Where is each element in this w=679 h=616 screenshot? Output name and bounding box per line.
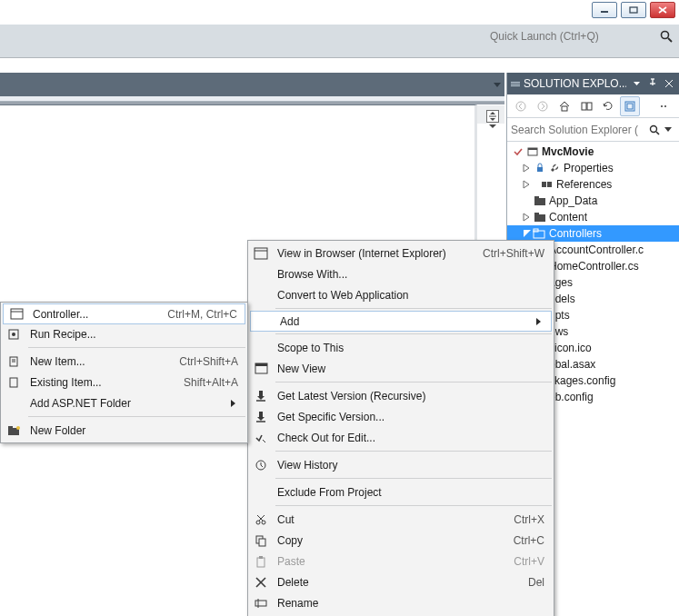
menu-new-folder[interactable]: New Folder <box>1 420 247 441</box>
svg-rect-49 <box>259 391 263 396</box>
expand-icon[interactable] <box>522 214 533 221</box>
svg-marker-53 <box>257 417 265 421</box>
pin-icon[interactable] <box>646 77 659 90</box>
menu-separator <box>275 478 552 479</box>
svg-rect-71 <box>11 309 23 319</box>
search-icon[interactable] <box>647 124 662 135</box>
menu-exclude[interactable]: Exclude From Project <box>248 482 554 502</box>
minimize-button[interactable] <box>592 2 617 18</box>
tree-references[interactable]: References <box>507 176 679 193</box>
svg-rect-30 <box>528 148 537 150</box>
solution-explorer-title: SOLUTION EXPLO... <box>524 77 626 90</box>
svg-point-82 <box>16 426 20 430</box>
chevron-down-icon[interactable] <box>662 127 676 132</box>
svg-rect-67 <box>255 601 266 606</box>
svg-marker-28 <box>664 127 672 132</box>
add-submenu: Controller...Ctrl+M, Ctrl+C Run Recipe..… <box>0 302 248 443</box>
split-widget[interactable] <box>483 110 503 129</box>
svg-rect-37 <box>534 196 539 199</box>
close-icon[interactable] <box>663 77 675 90</box>
svg-point-74 <box>12 333 15 336</box>
solution-search-input[interactable] <box>511 124 647 136</box>
checkout-icon <box>248 432 274 443</box>
svg-rect-35 <box>547 182 552 187</box>
svg-rect-78 <box>10 378 17 387</box>
search-icon[interactable] <box>657 30 675 43</box>
back-button[interactable] <box>511 96 531 116</box>
svg-rect-39 <box>534 214 545 222</box>
dropdown-icon[interactable] <box>630 77 643 90</box>
maximize-button[interactable] <box>621 2 646 18</box>
menu-view-browser[interactable]: View in Browser (Internet Explorer)Ctrl+… <box>248 243 554 263</box>
recipe-icon <box>1 329 26 340</box>
menu-run-recipe[interactable]: Run Recipe... <box>1 323 247 344</box>
quick-launch-input[interactable] <box>484 25 657 47</box>
solution-explorer-titlebar[interactable]: SOLUTION EXPLO... <box>507 73 679 94</box>
cut-icon <box>248 514 274 525</box>
svg-marker-6 <box>494 83 501 87</box>
menu-cut[interactable]: CutCtrl+X <box>248 509 554 530</box>
svg-marker-7 <box>490 112 495 114</box>
download-icon <box>248 412 274 422</box>
paste-icon <box>248 556 274 567</box>
svg-marker-79 <box>231 400 235 407</box>
sync-button[interactable] <box>620 96 640 116</box>
tree-appdata[interactable]: App_Data <box>507 193 679 209</box>
tree-properties[interactable]: Properties <box>507 160 679 176</box>
menu-get-latest[interactable]: Get Latest Version (Recursive) <box>248 385 554 406</box>
svg-rect-44 <box>255 248 267 259</box>
svg-rect-20 <box>582 103 586 110</box>
menu-view-history[interactable]: View History <box>248 454 554 475</box>
menu-check-out[interactable]: Check Out for Edit... <box>248 427 554 448</box>
menu-get-specific[interactable]: Get Specific Version... <box>248 406 554 427</box>
svg-marker-10 <box>489 124 496 128</box>
history-icon <box>248 460 274 471</box>
menu-add[interactable]: Add <box>250 311 552 332</box>
svg-rect-63 <box>257 558 265 567</box>
svg-rect-23 <box>627 104 633 109</box>
delete-icon <box>248 578 274 587</box>
lock-icon <box>533 164 547 173</box>
svg-marker-33 <box>524 181 529 188</box>
svg-rect-32 <box>537 167 543 172</box>
svg-rect-36 <box>534 198 545 205</box>
new-folder-icon <box>1 426 26 435</box>
menu-delete[interactable]: DeleteDel <box>248 571 554 592</box>
menu-add-controller[interactable]: Controller...Ctrl+M, Ctrl+C <box>3 303 245 324</box>
svg-marker-38 <box>524 214 529 221</box>
new-item-icon <box>1 356 26 367</box>
existing-item-icon <box>1 377 26 388</box>
svg-rect-1 <box>630 7 637 13</box>
refresh-button[interactable] <box>598 96 618 116</box>
menu-separator <box>275 505 552 506</box>
home-button[interactable] <box>554 96 574 116</box>
svg-rect-52 <box>259 412 263 417</box>
menu-new-item[interactable]: New Item...Ctrl+Shift+A <box>1 351 247 372</box>
tree-content[interactable]: Content <box>507 209 679 225</box>
tree-project-root[interactable]: MvcMovie <box>507 144 679 160</box>
collapse-icon[interactable] <box>522 230 533 237</box>
close-button[interactable] <box>650 2 675 18</box>
svg-line-55 <box>263 440 265 442</box>
menu-copy[interactable]: CopyCtrl+C <box>248 530 554 551</box>
menu-new-view[interactable]: New View <box>248 358 554 379</box>
expand-icon[interactable] <box>522 181 533 188</box>
download-icon <box>248 391 274 402</box>
menu-separator <box>275 451 552 452</box>
toolbar-overflow[interactable] <box>655 96 675 116</box>
menu-paste: PasteCtrl+V <box>248 551 554 571</box>
solution-explorer-search[interactable] <box>507 118 679 142</box>
tab-dropdown-icon[interactable] <box>491 75 504 94</box>
svg-point-18 <box>538 102 547 111</box>
collapse-button[interactable] <box>576 96 596 116</box>
menu-separator <box>275 333 552 334</box>
tab-strip <box>0 73 504 96</box>
menu-browse-with[interactable]: Browse With... <box>248 263 554 284</box>
menu-asp-folder[interactable]: Add ASP.NET Folder <box>1 392 247 413</box>
menu-scope[interactable]: Scope to This <box>248 337 554 358</box>
menu-existing-item[interactable]: Existing Item...Shift+Alt+A <box>1 372 247 392</box>
forward-button[interactable] <box>533 96 553 116</box>
menu-convert-web[interactable]: Convert to Web Application <box>248 284 554 305</box>
expand-icon[interactable] <box>522 164 533 172</box>
menu-rename[interactable]: Rename <box>248 592 554 613</box>
